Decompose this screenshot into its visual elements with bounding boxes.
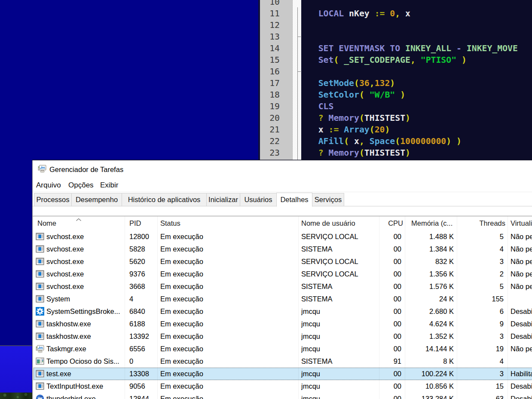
column-gridline	[157, 216, 158, 399]
code-token	[303, 125, 318, 135]
code-token	[303, 136, 318, 146]
code-token	[303, 9, 318, 18]
process-memory: 832 K	[402, 255, 454, 268]
process-row-svchost-exe[interactable]: svchost.exe9376Em execuçãoSERVIÇO LOCAL0…	[34, 268, 532, 280]
code-token: ,	[410, 55, 416, 65]
tab-detalhes[interactable]: Detalhes	[276, 193, 312, 207]
process-row-SystemSettingsBroke-[interactable]: SystemSettingsBroke...6840Em execuçãojmc…	[34, 305, 532, 318]
line-number: 19	[269, 101, 280, 112]
code-token: 36	[359, 78, 370, 88]
process-uac: Não permitido	[511, 268, 532, 280]
code-token	[451, 136, 456, 146]
process-pid: 6188	[129, 318, 157, 330]
process-icon	[36, 307, 44, 316]
code-editor[interactable]: LOCAL nKey := 0, x SET EVENTMASK TO INKE…	[301, 0, 532, 160]
menu-opes[interactable]: Opções	[68, 180, 94, 190]
code-token: THISTEST	[364, 113, 405, 123]
process-row-taskhostw-exe[interactable]: taskhostw.exe6188Em execuçãojmcqu004.624…	[34, 318, 532, 330]
process-row-TextInputHost-exe[interactable]: TextInputHost.exe9056Em execuçãojmcqu001…	[34, 380, 532, 393]
process-status: Em execução	[160, 380, 294, 393]
code-line-22: AFill( x, Space(100000000) )	[301, 135, 462, 147]
process-row-thunderbird-exe[interactable]: thunderbird.exe12844Em execuçãojmcqu0013…	[34, 393, 532, 399]
column-header-mem[interactable]: Memória (c...	[411, 216, 456, 230]
code-token: :=	[329, 125, 339, 135]
process-pid: 5620	[129, 255, 157, 268]
code-token	[462, 43, 467, 53]
code-token	[400, 43, 405, 53]
process-status: Em execução	[160, 268, 294, 280]
default-exe-icon	[36, 245, 44, 253]
process-name: thunderbird.exe	[46, 393, 125, 399]
tab-servi-os[interactable]: Serviços	[312, 193, 344, 206]
code-token: SetColor	[318, 90, 359, 100]
process-pid: 13392	[129, 330, 157, 343]
process-row-svchost-exe[interactable]: svchost.exe12800Em execuçãoSERVIÇO LOCAL…	[34, 230, 532, 243]
process-row-Taskmgr-exe[interactable]: Taskmgr.exe6556Em execuçãojmcqu0014.144 …	[34, 343, 532, 355]
process-uac: Não permitido	[511, 255, 532, 268]
code-token: )	[446, 136, 451, 146]
line-number: 20	[269, 112, 280, 124]
code-token	[339, 55, 344, 65]
tab-usu-rios[interactable]: Usuários	[240, 193, 277, 206]
tab-hist-rico-de-aplicativos[interactable]: Histórico de aplicativos	[122, 193, 207, 206]
column-header-status[interactable]: Status	[160, 216, 289, 230]
console-window[interactable]	[0, 0, 258, 160]
process-row-System[interactable]: System4Em execuçãoSISTEMA0024 K155	[34, 293, 532, 305]
process-pid: 4	[129, 293, 157, 305]
process-icon	[36, 357, 44, 365]
line-number: 15	[269, 54, 280, 66]
code-token	[451, 43, 456, 53]
code-token: ,	[395, 9, 400, 18]
process-name: test.exe	[46, 368, 125, 380]
column-gridline	[298, 216, 299, 399]
default-exe-icon	[36, 257, 44, 266]
tab-processos[interactable]: Processos	[34, 193, 72, 206]
menu-exibir[interactable]: Exibir	[100, 180, 119, 190]
process-memory: 10.856 K	[402, 380, 454, 393]
code-line-14: SET EVENTMASK TO INKEY_ALL - INKEY_MOVE	[301, 43, 518, 54]
column-header-pid[interactable]: PID	[129, 216, 156, 230]
code-token	[303, 148, 318, 158]
column-header-uac[interactable]: Virtualização de UAC	[511, 216, 532, 230]
process-row-svchost-exe[interactable]: svchost.exe5828Em execuçãoSISTEMA001.384…	[34, 243, 532, 255]
tab-desempenho[interactable]: Desempenho	[71, 193, 122, 206]
process-icon	[36, 245, 44, 253]
code-token: (	[344, 136, 349, 146]
process-pid: 9376	[129, 268, 157, 280]
column-header-thr[interactable]: Threads	[462, 216, 505, 230]
console-window-lower	[0, 160, 32, 345]
code-token: 20	[375, 125, 385, 135]
taskmgr-titlebar[interactable]: Gerenciador de Tarefas	[38, 165, 123, 174]
code-token: )	[462, 55, 467, 65]
code-token: )	[385, 125, 390, 135]
code-token: 0	[390, 9, 395, 18]
line-number: 17	[269, 77, 280, 89]
code-token	[303, 43, 318, 53]
code-token: nKey	[349, 9, 370, 18]
process-row-Tempo-Ocioso-do-Sis-[interactable]: Tempo Ocioso do Sis...0Em execuçãoSISTEM…	[34, 355, 532, 368]
code-token	[339, 125, 344, 135]
process-cpu: 00	[365, 268, 401, 280]
menu-arquivo[interactable]: Arquivo	[36, 180, 61, 190]
process-uac: Desabilitada	[511, 393, 532, 399]
code-token: SET EVENTMASK TO	[318, 43, 400, 53]
code-token: 100000000	[400, 136, 446, 146]
editor-fold-margin[interactable]	[293, 0, 301, 160]
process-threads: 2	[462, 268, 504, 280]
process-row-test-exe[interactable]: test.exe13308Em execuçãojmcqu00100.224 K…	[34, 368, 532, 380]
process-row-svchost-exe[interactable]: svchost.exe5620Em execuçãoSERVIÇO LOCAL0…	[34, 255, 532, 268]
tab-inicializar[interactable]: Inicializar	[206, 193, 240, 206]
code-token: INKEY_ALL	[405, 43, 451, 53]
column-header-cpu[interactable]: CPU	[365, 216, 403, 230]
process-memory: 8 K	[402, 355, 454, 368]
code-token	[303, 101, 318, 111]
process-row-svchost-exe[interactable]: svchost.exe3668Em execuçãoSISTEMA001.576…	[34, 280, 532, 293]
code-token	[385, 9, 390, 18]
settings-gear-icon	[36, 307, 44, 316]
menubar-separator	[32, 192, 532, 192]
process-pid: 0	[129, 355, 157, 368]
code-token: (	[359, 113, 364, 123]
process-pid: 5828	[129, 243, 157, 255]
process-row-taskhostw-exe[interactable]: taskhostw.exe13392Em execuçãojmcqu001.35…	[34, 330, 532, 343]
taskmgr-app-icon	[38, 164, 46, 175]
